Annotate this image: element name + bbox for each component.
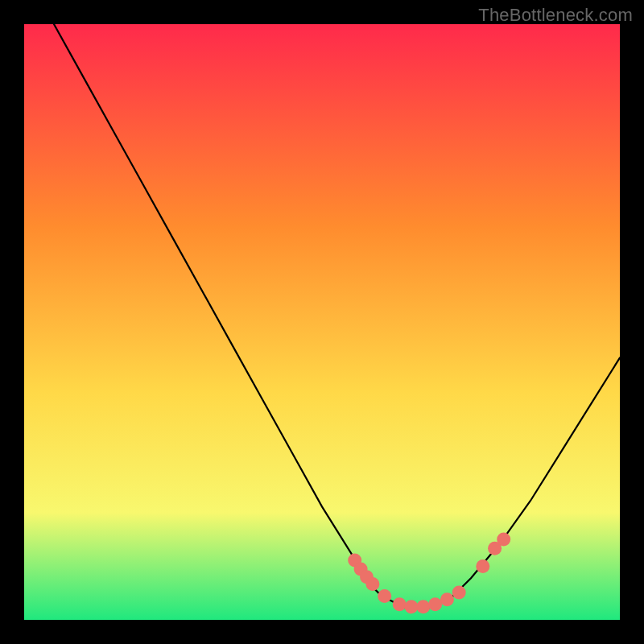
curve-marker <box>378 589 391 603</box>
curve-marker <box>393 597 407 611</box>
curve-marker <box>416 600 430 613</box>
curve-marker <box>452 585 466 599</box>
curve-marker <box>365 577 379 591</box>
chart-frame: TheBottleneck.com <box>0 0 644 644</box>
curve-marker <box>440 592 454 606</box>
plot-area <box>24 24 620 620</box>
curve-marker <box>497 533 510 547</box>
gradient-background <box>24 24 620 620</box>
watermark-text: TheBottleneck.com <box>478 5 633 26</box>
curve-marker <box>476 559 489 573</box>
bottleneck-chart <box>24 24 620 620</box>
curve-marker <box>428 597 442 611</box>
curve-marker <box>405 600 419 613</box>
